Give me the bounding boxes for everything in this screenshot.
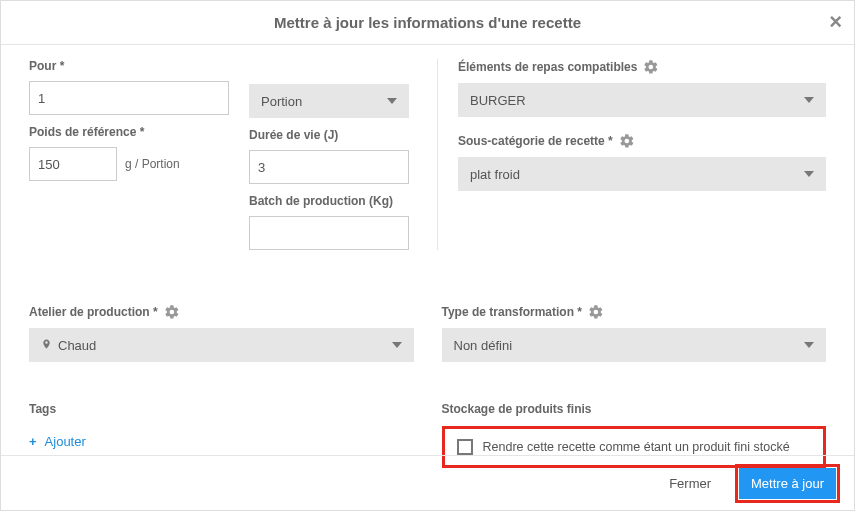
poids-ref-input[interactable]	[29, 147, 117, 181]
tags-label: Tags	[29, 402, 414, 416]
sous-cat-select[interactable]: plat froid	[458, 157, 826, 191]
gear-icon[interactable]	[619, 133, 635, 149]
atelier-select[interactable]: Chaud	[29, 328, 414, 362]
add-tag-label: Ajouter	[45, 434, 86, 449]
gear-icon[interactable]	[164, 304, 180, 320]
dialog-header: Mettre à jour les informations d'une rec…	[1, 1, 854, 45]
atelier-value: Chaud	[58, 338, 96, 353]
caret-down-icon	[804, 171, 814, 177]
pour-input[interactable]	[29, 81, 229, 115]
atelier-block: Atelier de production * Chaud	[29, 304, 414, 362]
storage-label: Stockage de produits finis	[442, 402, 827, 416]
caret-down-icon	[387, 98, 397, 104]
pour-label: Pour *	[29, 59, 229, 73]
elements-value: BURGER	[470, 93, 526, 108]
recipe-update-dialog: Mettre à jour les informations d'une rec…	[0, 0, 855, 511]
pin-icon	[41, 337, 52, 354]
gear-icon[interactable]	[588, 304, 604, 320]
batch-label: Batch de production (Kg)	[249, 194, 409, 208]
caret-down-icon	[392, 342, 402, 348]
caret-down-icon	[804, 97, 814, 103]
right-column: Éléments de repas compatibles BURGER Sou…	[437, 59, 826, 250]
submit-highlight-box: Mettre à jour	[735, 464, 840, 503]
poids-ref-unit: g / Portion	[125, 157, 180, 171]
duree-vie-input[interactable]	[249, 150, 409, 184]
left-column: Pour * Poids de référence * g / Portion …	[29, 59, 409, 250]
transformation-label: Type de transformation *	[442, 304, 827, 320]
storage-checkbox-label: Rendre cette recette comme étant un prod…	[483, 440, 790, 454]
pour-unit-select[interactable]: Portion	[249, 84, 409, 118]
transformation-block: Type de transformation * Non défini	[442, 304, 827, 362]
close-button[interactable]: Fermer	[659, 468, 721, 499]
atelier-label: Atelier de production *	[29, 304, 414, 320]
caret-down-icon	[804, 342, 814, 348]
transformation-value: Non défini	[454, 338, 513, 353]
dialog-title: Mettre à jour les informations d'une rec…	[274, 14, 581, 31]
storage-checkbox[interactable]	[457, 439, 473, 455]
poids-ref-label: Poids de référence *	[29, 125, 229, 139]
submit-button[interactable]: Mettre à jour	[739, 468, 836, 499]
duree-vie-label: Durée de vie (J)	[249, 128, 409, 142]
add-tag-button[interactable]: + Ajouter	[29, 434, 414, 449]
batch-input[interactable]	[249, 216, 409, 250]
dialog-footer: Fermer Mettre à jour	[1, 455, 854, 510]
close-icon[interactable]: ×	[829, 9, 842, 35]
gear-icon[interactable]	[643, 59, 659, 75]
dialog-body: Pour * Poids de référence * g / Portion …	[1, 45, 854, 468]
transformation-select[interactable]: Non défini	[442, 328, 827, 362]
elements-label: Éléments de repas compatibles	[458, 59, 826, 75]
pour-unit-value: Portion	[261, 94, 302, 109]
sous-cat-label: Sous-catégorie de recette *	[458, 133, 826, 149]
sous-cat-value: plat froid	[470, 167, 520, 182]
plus-icon: +	[29, 434, 37, 449]
elements-select[interactable]: BURGER	[458, 83, 826, 117]
